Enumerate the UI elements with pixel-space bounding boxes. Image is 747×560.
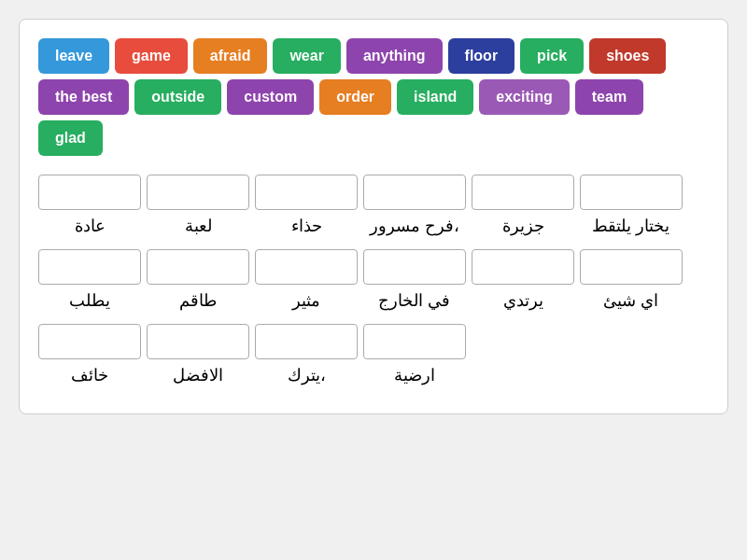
label-cell-0-0: عادة — [38, 216, 141, 236]
answer-box-0-4[interactable] — [472, 175, 574, 210]
answer-box-1-1[interactable] — [147, 249, 249, 285]
answer-box-1-0[interactable] — [38, 249, 141, 285]
word-tile-glad[interactable]: glad — [38, 120, 103, 156]
word-tile-leave[interactable]: leave — [38, 38, 109, 74]
label-cell-0-1: لعبة — [147, 216, 249, 236]
answer-row-0: عادةلعبةحذاء،فرح مسرورجزيرةيختار يلتقط — [38, 175, 709, 236]
word-tile-exciting[interactable]: exciting — [479, 79, 569, 115]
label-cell-1-4: يرتدي — [472, 290, 574, 311]
main-container: leavegameafraidwearanythingfloorpickshoe… — [19, 19, 728, 414]
boxes-row-2 — [38, 324, 709, 359]
answer-box-0-1[interactable] — [147, 175, 249, 210]
word-tile-floor[interactable]: floor — [448, 38, 515, 74]
answer-box-0-2[interactable] — [255, 175, 358, 210]
label-cell-0-5: يختار يلتقط — [580, 216, 683, 236]
label-cell-1-5: اي شيئ — [580, 290, 683, 311]
labels-row-1: يطلبطاقممثيرفي الخارجيرتدياي شيئ — [38, 290, 709, 311]
labels-row-2: خائفالافضل،يتركارضية — [38, 365, 709, 385]
word-tile-shoes[interactable]: shoes — [589, 38, 666, 74]
word-tile-order[interactable]: order — [319, 79, 391, 115]
answer-box-2-0[interactable] — [38, 324, 141, 359]
word-tile-pick[interactable]: pick — [520, 38, 584, 74]
answer-box-1-5[interactable] — [580, 249, 683, 285]
boxes-row-0 — [38, 175, 709, 210]
word-tile-outside[interactable]: outside — [134, 79, 221, 115]
word-tile-custom[interactable]: custom — [227, 79, 314, 115]
answer-box-2-3[interactable] — [363, 324, 466, 359]
word-tile-island[interactable]: island — [397, 79, 473, 115]
answer-box-1-4[interactable] — [472, 249, 574, 285]
word-bank: leavegameafraidwearanythingfloorpickshoe… — [38, 38, 709, 156]
labels-row-0: عادةلعبةحذاء،فرح مسرورجزيرةيختار يلتقط — [38, 216, 709, 236]
answer-box-1-2[interactable] — [255, 249, 358, 285]
answer-box-2-2[interactable] — [255, 324, 358, 359]
label-cell-1-0: يطلب — [38, 290, 141, 311]
label-cell-0-2: حذاء — [255, 216, 358, 236]
answer-box-2-1[interactable] — [147, 324, 249, 359]
answer-box-0-3[interactable] — [363, 175, 466, 210]
answer-box-0-5[interactable] — [580, 175, 683, 210]
word-tile-the_best[interactable]: the best — [38, 79, 129, 115]
label-cell-1-1: طاقم — [147, 290, 249, 311]
label-cell-2-0: خائف — [38, 365, 141, 385]
answer-row-1: يطلبطاقممثيرفي الخارجيرتدياي شيئ — [38, 249, 709, 311]
label-cell-2-2: ،يترك — [255, 365, 358, 385]
label-cell-0-3: ،فرح مسرور — [363, 216, 466, 236]
word-tile-team[interactable]: team — [575, 79, 643, 115]
answer-row-2: خائفالافضل،يتركارضية — [38, 324, 709, 385]
answer-box-1-3[interactable] — [363, 249, 466, 285]
label-cell-2-3: ارضية — [363, 365, 466, 385]
word-tile-afraid[interactable]: afraid — [193, 38, 268, 74]
label-cell-2-1: الافضل — [147, 365, 249, 385]
word-tile-wear[interactable]: wear — [273, 38, 340, 74]
boxes-row-1 — [38, 249, 709, 285]
word-tile-game[interactable]: game — [115, 38, 188, 74]
answer-box-0-0[interactable] — [38, 175, 141, 210]
answer-section: عادةلعبةحذاء،فرح مسرورجزيرةيختار يلتقطيط… — [38, 175, 709, 395]
label-cell-0-4: جزيرة — [472, 216, 574, 236]
label-cell-1-3: في الخارج — [363, 290, 466, 311]
word-tile-anything[interactable]: anything — [346, 38, 443, 74]
label-cell-1-2: مثير — [255, 290, 358, 311]
